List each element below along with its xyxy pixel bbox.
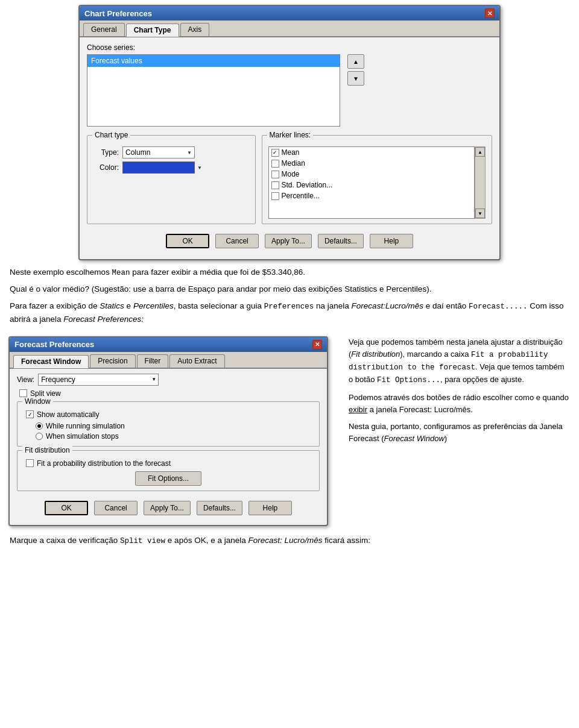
- show-auto-label: Show automatically: [37, 410, 99, 419]
- choose-series-label: Choose series:: [87, 43, 492, 52]
- tab-axis[interactable]: Axis: [180, 23, 210, 36]
- tab-general[interactable]: General: [83, 23, 125, 36]
- titlebar-controls: ✕: [485, 8, 495, 18]
- chart-prefs-dialog: Chart Preferences ✕ General Chart Type A…: [78, 5, 501, 260]
- scroll-up-btn[interactable]: ▲: [475, 147, 485, 157]
- window-group: Window Show automatically While running …: [17, 401, 320, 447]
- split-view-label: Split view: [30, 389, 61, 398]
- std-label: Std. Deviation...: [282, 181, 333, 189]
- chart-prefs-body: Choose series: Forecast values ▲ ▼ Chart…: [80, 37, 499, 259]
- marker-median[interactable]: Median: [269, 158, 475, 169]
- right-p3: Nesta guia, portanto, configuramos as pr…: [349, 421, 571, 445]
- mode-checkbox[interactable]: [271, 171, 279, 178]
- chart-prefs-titlebar: Chart Preferences ✕: [80, 6, 499, 20]
- forecast-window-italic: Forecast Window: [384, 434, 445, 443]
- percentile-checkbox[interactable]: [271, 192, 279, 200]
- color-swatch[interactable]: [122, 162, 195, 174]
- cancel-button[interactable]: Cancel: [215, 234, 259, 248]
- ok-button[interactable]: OK: [166, 234, 209, 248]
- mean-code: Mean: [112, 269, 130, 277]
- percentile-label: Percentile...: [282, 192, 320, 200]
- fp-tabs: Forecast Window Precision Filter Auto Ex…: [10, 352, 327, 369]
- fp-cancel-button[interactable]: Cancel: [94, 501, 138, 515]
- fp-close-btn[interactable]: ✕: [312, 340, 322, 350]
- scroll-down-btn[interactable]: ▼: [475, 209, 485, 218]
- marker-lines-list[interactable]: Mean Median Mode: [268, 146, 475, 219]
- fit-dist-label: Fit distribution: [22, 446, 72, 454]
- tab-chart-type[interactable]: Chart Type: [126, 24, 179, 37]
- color-dropdown-arrow[interactable]: ▼: [197, 165, 202, 171]
- series-row: Forecast values ▲ ▼: [87, 54, 492, 127]
- split-view-checkbox[interactable]: [19, 389, 27, 397]
- chart-type-label: Chart type: [92, 131, 130, 139]
- fp-tab-autoextract[interactable]: Auto Extract: [169, 354, 224, 368]
- defaults-button[interactable]: Defaults...: [318, 234, 364, 248]
- marker-percentile[interactable]: Percentile...: [269, 190, 475, 201]
- fit-checkbox[interactable]: [26, 459, 34, 467]
- marker-scrollbar: ▲ ▼: [475, 146, 486, 219]
- radio2-label: When simulation stops: [46, 432, 119, 441]
- fp-tab-fw[interactable]: Forecast Window: [13, 355, 89, 368]
- fp-ok-button[interactable]: OK: [45, 501, 88, 515]
- chart-options-section: Chart type Type: Column ▼ Color:: [87, 131, 492, 228]
- fp-defaults-button[interactable]: Defaults...: [197, 501, 242, 515]
- fp-buttons: OK Cancel Apply To... Defaults... Help: [17, 495, 320, 520]
- chart-prefs-title: Chart Preferences: [84, 9, 152, 18]
- preferences-code: Preferences: [264, 303, 314, 311]
- fp-titlebar-controls: ✕: [312, 340, 322, 350]
- series-up-btn[interactable]: ▲: [347, 54, 364, 69]
- series-item-forecast[interactable]: Forecast values: [87, 55, 340, 67]
- show-auto-checkbox[interactable]: [26, 410, 34, 418]
- prose-section-1: Neste exemplo escolhemos Mean para fazer…: [0, 263, 579, 333]
- chart-type-form: Type: Column ▼ Color: ▼: [93, 146, 249, 174]
- forecast-prefs-italic: Forecast Preferences:: [63, 315, 144, 324]
- chart-type-group: Chart type Type: Column ▼ Color:: [87, 135, 256, 224]
- marker-mean[interactable]: Mean: [269, 147, 475, 158]
- show-auto-row: Show automatically: [24, 410, 313, 419]
- median-checkbox[interactable]: [271, 160, 279, 168]
- apply-to-button[interactable]: Apply To...: [265, 234, 312, 248]
- series-controls: ▲ ▼: [347, 54, 364, 86]
- color-row: Color: ▼: [93, 162, 249, 174]
- std-checkbox[interactable]: [271, 181, 279, 189]
- type-label: Type:: [93, 148, 119, 157]
- statics-italic: Statics: [100, 301, 124, 310]
- fit-dist-content: Fit a probability distribution to the fo…: [24, 459, 313, 486]
- marker-std[interactable]: Std. Deviation...: [269, 180, 475, 190]
- type-row: Type: Column ▼: [93, 146, 249, 158]
- fp-tab-filter[interactable]: Filter: [137, 354, 169, 368]
- type-select[interactable]: Column ▼: [122, 146, 195, 158]
- fp-view-select[interactable]: Frequency: [38, 374, 159, 386]
- mean-checkbox[interactable]: [271, 149, 279, 157]
- fit-options-button[interactable]: Fit Options...: [135, 471, 201, 486]
- forecast-prefs-dialog: Forecast Preferences ✕ Forecast Window P…: [8, 336, 328, 526]
- fp-apply-button[interactable]: Apply To...: [144, 501, 191, 515]
- fp-body: View: Frequency ▼ Split view Window: [10, 369, 327, 525]
- scroll-track: [475, 157, 485, 209]
- prose-final: Marque a caixa de verificação Split view…: [10, 535, 569, 547]
- lower-section: Forecast Preferences ✕ Forecast Window P…: [0, 336, 579, 526]
- marker-mode[interactable]: Mode: [269, 169, 475, 180]
- prose-p2: Qual é o valor médio? (Sugestão: use a b…: [10, 283, 569, 296]
- chart-prefs-overlay: Chart Preferences ✕ General Chart Type A…: [0, 0, 579, 263]
- forecast-code: Forecast.....: [469, 303, 528, 311]
- marker-lines-label: Marker lines:: [267, 131, 314, 139]
- forecast-lucro-italic: Forecast:Lucro/mês: [352, 301, 423, 310]
- series-down-btn[interactable]: ▼: [347, 71, 364, 86]
- fp-view-row: View: Frequency ▼: [17, 374, 320, 386]
- close-btn[interactable]: ✕: [485, 8, 495, 18]
- fp-title: Forecast Preferences: [14, 340, 94, 349]
- radio-while-running[interactable]: [36, 422, 43, 430]
- radio-when-stops[interactable]: [36, 433, 43, 440]
- fp-view-select-wrap: Frequency ▼: [38, 374, 159, 386]
- fp-tab-precision[interactable]: Precision: [90, 354, 135, 368]
- type-value: Column: [125, 148, 150, 157]
- help-button[interactable]: Help: [370, 234, 413, 248]
- radio1-row: While running simulation: [24, 422, 313, 430]
- fp-help-button[interactable]: Help: [248, 501, 292, 515]
- series-list[interactable]: Forecast values: [87, 54, 340, 127]
- radio2-row: When simulation stops: [24, 432, 313, 441]
- fp-titlebar: Forecast Preferences ✕: [10, 337, 327, 352]
- right-p1: Veja que podemos também nesta janela aju…: [349, 336, 571, 387]
- fit-options-code: Fit Options...: [377, 376, 440, 384]
